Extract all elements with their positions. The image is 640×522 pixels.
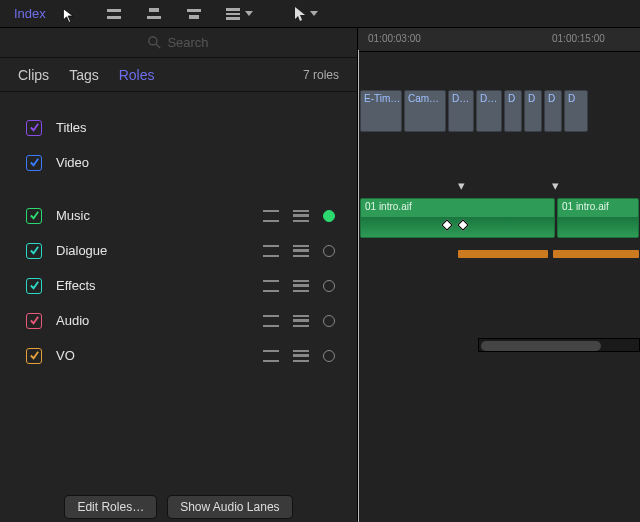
video-clip[interactable]: Cam… <box>404 90 446 132</box>
svg-rect-6 <box>226 8 240 11</box>
video-clips-lane: E-Tim… Cam… D… D… D D D D <box>360 90 640 134</box>
select-tool-dropdown[interactable] <box>293 6 318 22</box>
scrollbar-thumb[interactable] <box>481 341 601 351</box>
connected-clip-bar[interactable] <box>553 250 639 258</box>
index-footer: Edit Roles… Show Audio Lanes <box>0 492 357 522</box>
svg-rect-2 <box>149 8 159 12</box>
lane-collapse-icon[interactable] <box>263 245 279 257</box>
lane-collapse-icon[interactable] <box>263 280 279 292</box>
appearance-tool-4-dropdown[interactable] <box>224 7 253 21</box>
svg-line-10 <box>157 44 161 48</box>
appearance-tool-1-icon[interactable] <box>104 5 124 23</box>
focus-button[interactable] <box>323 245 335 257</box>
checkbox-vo[interactable] <box>26 348 42 364</box>
focus-button[interactable] <box>323 315 335 327</box>
checkbox-titles[interactable] <box>26 120 42 136</box>
video-clip[interactable]: D <box>564 90 588 132</box>
search-icon <box>148 36 161 49</box>
role-label: Music <box>56 208 90 223</box>
time-ruler[interactable]: 01:00:03:00 01:00:15:00 <box>358 28 640 52</box>
svg-rect-0 <box>107 9 121 12</box>
marker-icon[interactable]: ▾ <box>552 178 559 193</box>
role-label: Effects <box>56 278 96 293</box>
index-panel: Search Clips Tags Roles 7 roles Titles V… <box>0 28 358 522</box>
marker-icon[interactable]: ▾ <box>458 178 465 193</box>
focus-button[interactable] <box>323 210 335 222</box>
video-clip[interactable]: E-Tim… <box>360 90 402 132</box>
svg-point-9 <box>149 37 157 45</box>
search-field[interactable]: Search <box>0 28 357 58</box>
checkbox-effects[interactable] <box>26 278 42 294</box>
index-toggle-label: Index <box>14 6 46 21</box>
chevron-down-icon <box>245 11 253 16</box>
lane-collapse-icon[interactable] <box>263 210 279 222</box>
checkbox-video[interactable] <box>26 155 42 171</box>
tab-roles[interactable]: Roles <box>119 67 155 83</box>
role-row-vo[interactable]: VO <box>0 338 357 373</box>
role-row-dialogue[interactable]: Dialogue <box>0 233 357 268</box>
appearance-tool-3-icon[interactable] <box>184 5 204 23</box>
playhead[interactable] <box>358 50 359 522</box>
role-row-titles[interactable]: Titles <box>0 110 357 145</box>
audio-clip-label: 01 intro.aif <box>365 201 412 212</box>
video-clip[interactable]: D <box>504 90 522 132</box>
role-label: Video <box>56 155 89 170</box>
connected-clip-bar[interactable] <box>458 250 548 258</box>
audio-clip-label: 01 intro.aif <box>562 201 609 212</box>
tab-tags[interactable]: Tags <box>69 67 99 83</box>
edit-roles-button[interactable]: Edit Roles… <box>65 496 156 518</box>
roles-count: 7 roles <box>303 68 339 82</box>
tab-clips[interactable]: Clips <box>18 67 49 83</box>
search-placeholder: Search <box>167 35 208 50</box>
lane-expand-icon[interactable] <box>293 280 309 292</box>
checkbox-audio[interactable] <box>26 313 42 329</box>
video-clip[interactable]: D <box>524 90 542 132</box>
timecode-marker: 01:00:03:00 <box>368 33 421 44</box>
svg-rect-8 <box>226 17 240 20</box>
audio-lane: 01 intro.aif 01 intro.aif <box>360 198 640 238</box>
roles-list: Titles Video Music Dialogue <box>0 92 357 373</box>
lane-collapse-icon[interactable] <box>263 315 279 327</box>
checkbox-dialogue[interactable] <box>26 243 42 259</box>
lane-collapse-icon[interactable] <box>263 350 279 362</box>
role-row-effects[interactable]: Effects <box>0 268 357 303</box>
focus-button[interactable] <box>323 280 335 292</box>
lane-expand-icon[interactable] <box>293 350 309 362</box>
checkbox-music[interactable] <box>26 208 42 224</box>
lane-expand-icon[interactable] <box>293 210 309 222</box>
mouse-cursor-icon <box>62 8 76 24</box>
focus-button[interactable] <box>323 350 335 362</box>
lane-expand-icon[interactable] <box>293 245 309 257</box>
svg-rect-5 <box>189 15 199 19</box>
role-label: Titles <box>56 120 87 135</box>
timeline[interactable]: 01:00:03:00 01:00:15:00 E-Tim… Cam… D… D… <box>358 28 640 522</box>
appearance-tool-2-icon[interactable] <box>144 5 164 23</box>
svg-rect-3 <box>147 16 161 19</box>
index-tabs: Clips Tags Roles 7 roles <box>0 58 357 92</box>
audio-clip[interactable]: 01 intro.aif <box>360 198 555 238</box>
role-row-music[interactable]: Music <box>0 198 357 233</box>
svg-rect-7 <box>226 13 240 15</box>
video-clip[interactable]: D… <box>448 90 474 132</box>
video-clip[interactable]: D… <box>476 90 502 132</box>
role-label: Dialogue <box>56 243 107 258</box>
index-toggle-button[interactable]: Index <box>6 4 54 23</box>
svg-rect-4 <box>187 9 201 12</box>
audio-clip[interactable]: 01 intro.aif <box>557 198 639 238</box>
video-clip[interactable]: D <box>544 90 562 132</box>
svg-rect-1 <box>107 16 121 19</box>
role-label: VO <box>56 348 75 363</box>
show-audio-lanes-button[interactable]: Show Audio Lanes <box>168 496 291 518</box>
topbar: Index <box>0 0 640 28</box>
timecode-marker: 01:00:15:00 <box>552 33 605 44</box>
chevron-down-icon <box>310 11 318 16</box>
role-row-video[interactable]: Video <box>0 145 357 180</box>
horizontal-scrollbar[interactable] <box>478 338 640 352</box>
role-label: Audio <box>56 313 89 328</box>
role-row-audio[interactable]: Audio <box>0 303 357 338</box>
layout-tool-group <box>104 5 253 23</box>
lane-expand-icon[interactable] <box>293 315 309 327</box>
